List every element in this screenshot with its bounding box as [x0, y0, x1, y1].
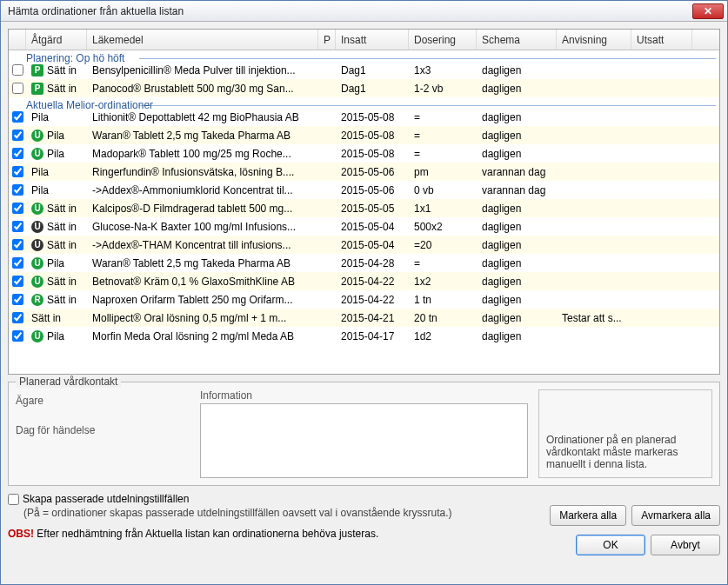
insatt-cell: 2015-05-05 [336, 203, 409, 215]
panel-left: Ägare Dag för händelse [16, 389, 190, 478]
schema-cell: dagligen [477, 64, 557, 76]
insatt-cell: 2015-04-28 [336, 257, 409, 269]
action-text: Pila [47, 130, 64, 142]
row-checkbox[interactable] [12, 184, 23, 196]
action-cell: RSätt in [26, 294, 87, 306]
row-checkbox[interactable] [12, 312, 23, 323]
action-cell: PSätt in [26, 64, 87, 76]
row-checkbox[interactable] [12, 111, 23, 123]
insatt-cell: 2015-05-06 [336, 166, 409, 178]
insatt-cell: 2015-04-17 [336, 330, 409, 342]
skapa-sub: (På = ordinationer skapas passerade utde… [23, 507, 544, 519]
dos-cell: 20 tn [409, 312, 477, 324]
row-checkbox[interactable] [12, 203, 23, 214]
u-badge-icon: U [31, 203, 43, 215]
owner-label: Ägare [16, 395, 190, 407]
dos-cell: = [409, 148, 477, 160]
table-row[interactable]: UPilaWaran® Tablett 2,5 mg Takeda Pharma… [9, 126, 719, 144]
col-utsatt[interactable]: Utsatt [631, 30, 692, 50]
row-checkbox[interactable] [12, 166, 23, 177]
med-cell: Bensylpenicillin® Meda Pulver till injek… [87, 64, 318, 76]
table-row[interactable]: USätt inBetnovat® Kräm 0,1 % GlaxoSmithK… [9, 272, 719, 290]
p-badge-icon: P [31, 64, 43, 76]
action-cell: USätt in [26, 203, 87, 215]
action-text: Sätt in [31, 312, 61, 324]
dos-cell: =20 [409, 239, 477, 251]
ok-button[interactable]: OK [576, 535, 645, 555]
col-dosering[interactable]: Dosering [409, 30, 477, 50]
info-textarea[interactable] [200, 403, 528, 478]
action-text: Pila [47, 148, 64, 160]
action-cell: Sätt in [26, 312, 87, 324]
col-action[interactable]: Åtgärd [26, 30, 87, 50]
row-checkbox[interactable] [12, 276, 23, 287]
insatt-cell: 2015-05-08 [336, 111, 409, 123]
dos-cell: 1x2 [409, 276, 477, 288]
dos-cell: 500x2 [409, 221, 477, 233]
anv-cell: Testar att s... [557, 312, 631, 324]
row-checkbox[interactable] [12, 239, 23, 250]
table-row[interactable]: Pila->Addex®-Ammoniumklorid Koncentrat t… [9, 181, 719, 199]
cancel-button[interactable]: Avbryt [651, 535, 720, 555]
action-cell: UPila [26, 257, 87, 269]
action-text: Sätt in [47, 83, 77, 95]
table-row[interactable]: PilaRingerfundin® Infusionsvätska, lösni… [9, 163, 719, 181]
row-checkbox[interactable] [12, 83, 23, 94]
bottom-area: Skapa passerade utdelningstillfällen (På… [8, 493, 720, 555]
dos-cell: = [409, 111, 477, 123]
dos-cell: 1x1 [409, 203, 477, 215]
schema-cell: dagligen [477, 257, 557, 269]
row-checkbox[interactable] [12, 294, 23, 305]
close-button[interactable]: ✕ [692, 3, 724, 19]
action-text: Sätt in [47, 221, 77, 233]
schema-cell: dagligen [477, 83, 557, 95]
group-header: Aktuella Melior-ordinationer [9, 97, 719, 108]
table-row[interactable]: USätt inKalcipos®-D Filmdragerad tablett… [9, 199, 719, 217]
col-insatt[interactable]: Insatt [336, 30, 409, 50]
table-row[interactable]: PilaLithionit® Depottablett 42 mg BioPha… [9, 108, 719, 126]
action-cell: UPila [26, 330, 87, 342]
panel-note: Ordinationer på en planerad vårdkontakt … [546, 434, 705, 470]
schema-cell: dagligen [477, 294, 557, 306]
table-row[interactable]: Sätt inMollipect® Oral lösning 0,5 mg/ml… [9, 309, 719, 327]
table-row[interactable]: UPilaMorfin Meda Oral lösning 2 mg/ml Me… [9, 327, 719, 345]
table-row[interactable]: RSätt inNaproxen Orifarm Tablett 250 mg … [9, 290, 719, 309]
action-cell: Pila [26, 166, 87, 178]
row-checkbox[interactable] [12, 221, 23, 232]
unmark-all-button[interactable]: Avmarkera alla [631, 505, 720, 526]
dos-cell: 1 tn [409, 294, 477, 306]
r-badge-icon: R [31, 294, 43, 306]
action-text: Sätt in [47, 203, 77, 215]
dos-cell: = [409, 257, 477, 269]
table-row[interactable]: UPilaMadopark® Tablett 100 mg/25 mg Roch… [9, 144, 719, 163]
grid-body[interactable]: Planering: Op hö höftPSätt inBensylpenic… [9, 50, 719, 374]
p-badge-icon: P [31, 83, 43, 95]
col-check[interactable] [9, 30, 26, 50]
skapa-checkbox[interactable] [8, 494, 19, 505]
row-checkbox[interactable] [12, 130, 23, 141]
table-row[interactable]: USätt inGlucose-Na-K Baxter 100 mg/ml In… [9, 217, 719, 236]
row-checkbox[interactable] [12, 148, 23, 159]
action-text: Sätt in [47, 276, 77, 288]
dos-cell: 1x3 [409, 64, 477, 76]
table-row[interactable]: PSätt inBensylpenicillin® Meda Pulver ti… [9, 61, 719, 79]
action-cell: USätt in [26, 239, 87, 251]
col-p[interactable]: P [318, 30, 336, 50]
col-medication[interactable]: Läkemedel [87, 30, 318, 50]
u-badge-icon: U [31, 221, 43, 233]
right-buttons: Markera alla Avmarkera alla OK Avbryt [550, 493, 720, 555]
table-row[interactable]: UPilaWaran® Tablett 2,5 mg Takeda Pharma… [9, 254, 719, 272]
row-checkbox[interactable] [12, 330, 23, 342]
vardkontakt-panel: Planerad vårdkontakt Ägare Dag för hände… [8, 382, 720, 486]
mark-all-button[interactable]: Markera alla [550, 505, 626, 526]
table-row[interactable]: PSätt inPanocod® Brustablett 500 mg/30 m… [9, 79, 719, 97]
row-checkbox[interactable] [12, 257, 23, 269]
med-cell: Kalcipos®-D Filmdragerad tablett 500 mg.… [87, 203, 318, 215]
col-schema[interactable]: Schema [477, 30, 557, 50]
insatt-cell: Dag1 [336, 64, 409, 76]
col-anvisning[interactable]: Anvisning [557, 30, 631, 50]
row-checkbox[interactable] [12, 64, 23, 76]
table-row[interactable]: USätt in->Addex®-THAM Koncentrat till in… [9, 236, 719, 254]
schema-cell: dagligen [477, 276, 557, 288]
med-cell: Waran® Tablett 2,5 mg Takeda Pharma AB [87, 130, 318, 142]
